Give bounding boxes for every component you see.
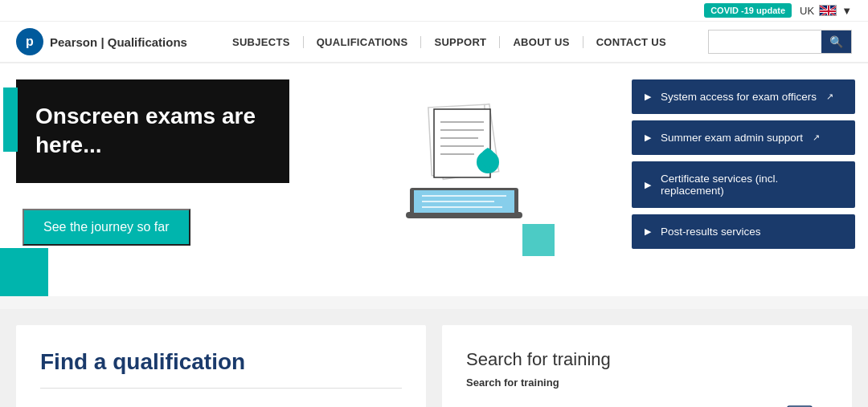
search-icon: 🔍 [829, 35, 843, 48]
quick-link-post-results[interactable]: ▶ Post-results services [632, 214, 855, 249]
search-training-label: Search for training [466, 376, 828, 389]
nav-item-qualifications[interactable]: QUALIFICATIONS [304, 36, 422, 48]
hero-middle-panel [305, 63, 619, 296]
training-illustration [755, 400, 828, 407]
hero-banner-text: Onscreen exams are here... [35, 104, 256, 157]
header-top-bar: COVID -19 update UK ▼ [0, 0, 868, 22]
logo-separator: | [100, 35, 107, 49]
quick-link-label: Summer exam admin support [661, 132, 803, 144]
language-selector[interactable]: UK ▼ [800, 5, 852, 17]
find-qualification-title: Find a qualification [40, 349, 402, 375]
nav-item-about-us[interactable]: ABOUT US [500, 36, 583, 48]
nav-item-support[interactable]: SUPPORT [421, 36, 500, 48]
flag-icon [819, 5, 837, 16]
find-qual-divider [40, 388, 402, 389]
arrow-icon: ▶ [645, 92, 651, 102]
external-link-icon: ↗ [826, 92, 833, 102]
quick-link-certificate[interactable]: ▶ Certificate services (incl. replacemen… [632, 161, 855, 208]
main-nav: SUBJECTS QUALIFICATIONS SUPPORT ABOUT US… [219, 36, 708, 48]
nav-item-subjects[interactable]: SUBJECTS [219, 36, 304, 48]
bottom-section: Find a qualification Search for training… [0, 309, 868, 407]
search-training-title: Search for training [466, 349, 828, 370]
covid-badge[interactable]: COVID -19 update [704, 3, 792, 18]
header-main: p Pearson | Qualifications SUBJECTS QUAL… [0, 22, 868, 63]
svg-rect-25 [522, 224, 555, 256]
logo-text: Pearson | Qualifications [50, 35, 187, 49]
teal-decoration [0, 248, 48, 296]
lang-label: UK [800, 5, 814, 17]
quick-link-label: System access for exam officers [661, 91, 817, 103]
arrow-icon: ▶ [645, 132, 651, 143]
hero-left-panel: Onscreen exams are here... See the journ… [0, 63, 305, 296]
search-input[interactable] [709, 31, 821, 53]
onscreen-exam-illustration [366, 100, 559, 260]
search-button[interactable]: 🔍 [821, 31, 851, 53]
training-svg [755, 400, 836, 407]
search-box: 🔍 [708, 30, 852, 54]
training-content: Find and book [466, 400, 828, 407]
logo-brand: Pearson [50, 35, 97, 49]
quick-link-label: Post-results services [661, 226, 761, 238]
svg-rect-8 [820, 10, 837, 12]
nav-item-contact-us[interactable]: CONTACT US [583, 36, 679, 48]
logo[interactable]: p Pearson | Qualifications [16, 28, 187, 55]
hero-cta-button[interactable]: See the journey so far [23, 209, 190, 246]
hero-banner: Onscreen exams are here... [16, 79, 289, 183]
logo-product: Qualifications [108, 35, 187, 49]
quick-link-label: Certificate services (incl. replacement) [661, 173, 842, 197]
arrow-icon: ▶ [645, 180, 651, 190]
search-training-panel: Search for training Search for training … [442, 325, 852, 407]
chevron-down-icon: ▼ [841, 5, 852, 17]
hero-illustration [366, 100, 559, 260]
external-link-icon: ↗ [813, 132, 820, 143]
arrow-icon: ▶ [645, 226, 651, 237]
hero-right-panel: ▶ System access for exam officers ↗ ▶ Su… [619, 63, 868, 296]
quick-link-system-access[interactable]: ▶ System access for exam officers ↗ [632, 79, 855, 114]
find-qualification-panel: Find a qualification [16, 325, 426, 407]
quick-link-summer-exam[interactable]: ▶ Summer exam admin support ↗ [632, 120, 855, 155]
logo-icon: p [16, 28, 43, 55]
hero-section: Onscreen exams are here... See the journ… [0, 63, 868, 296]
